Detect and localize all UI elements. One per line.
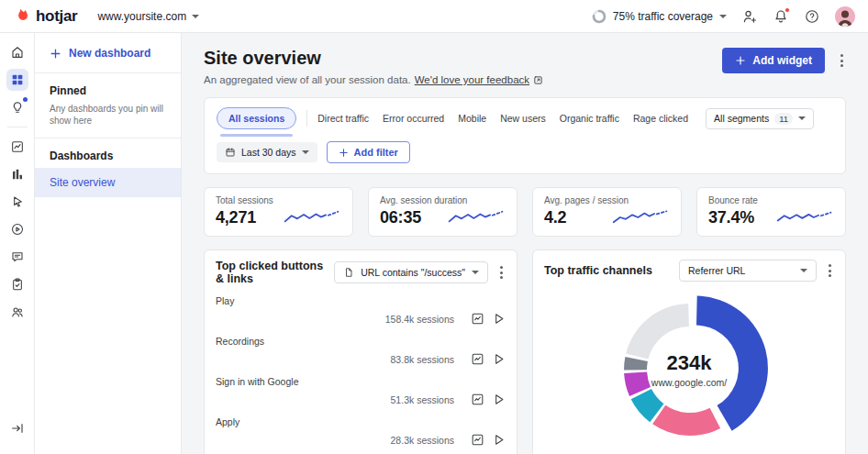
users-icon: [10, 305, 25, 319]
nav-trends[interactable]: [6, 136, 28, 158]
play-recordings-button[interactable]: [492, 433, 506, 447]
calendar-icon: [225, 147, 236, 158]
widget-menu-button[interactable]: [826, 261, 834, 280]
traffic-coverage-menu[interactable]: 75% traffic coverage: [592, 9, 727, 24]
nav-feedback[interactable]: [6, 246, 28, 268]
metric-card-avg-pages-session[interactable]: Avg. pages / session 4.2: [532, 187, 682, 237]
nav-recordings[interactable]: [6, 218, 28, 240]
nav-dashboards[interactable]: [6, 69, 28, 91]
collapse-sidebar-button[interactable]: [6, 417, 28, 439]
top-clicked-widget: Top clicked buttons & links URL contains…: [204, 249, 517, 454]
metric-card-bounce-rate[interactable]: Bounce rate 37.4%: [696, 187, 846, 237]
metric-card-avg-session-duration[interactable]: Avg. session duration 06:35: [368, 187, 517, 237]
trend-icon: [471, 352, 484, 366]
new-dashboard-button[interactable]: New dashboard: [35, 33, 181, 72]
segment-divider: [306, 110, 307, 127]
chevron-down-icon: [192, 15, 199, 18]
segment-tab-new-users[interactable]: New users: [500, 113, 546, 124]
sessions-count: 28.3k sessions: [383, 435, 463, 446]
chat-bubble-icon: [10, 249, 25, 264]
segment-tab-organic-traffic[interactable]: Organic traffic: [560, 113, 619, 124]
metric-label: Total sessions: [216, 195, 341, 205]
chevron-down-icon: [798, 116, 806, 120]
view-trend-button[interactable]: [471, 352, 484, 366]
metric-value: 4,271: [216, 208, 256, 227]
metric-label: Avg. pages / session: [544, 195, 670, 205]
referrer-dropdown[interactable]: Referrer URL: [679, 260, 817, 282]
trends-icon: [10, 139, 25, 154]
dashboards-header: Dashboards: [35, 138, 181, 168]
home-icon: [10, 45, 25, 60]
sparkline-chart: [775, 207, 834, 227]
sidebar-item-site-overview[interactable]: Site overview: [35, 168, 181, 197]
trend-icon: [471, 393, 484, 406]
funnels-icon: [10, 167, 25, 182]
segments-count-badge: 11: [774, 113, 793, 125]
user-avatar[interactable]: [835, 6, 855, 27]
play-recordings-button[interactable]: [492, 393, 506, 406]
pinned-header: Pinned: [35, 73, 181, 103]
segment-tab-rage-clicked[interactable]: Rage clicked: [633, 113, 688, 124]
page-menu-button[interactable]: [838, 51, 846, 70]
nav-funnels[interactable]: [6, 163, 28, 185]
site-selector-value: www.yoursite.com: [97, 10, 186, 23]
notifications-button[interactable]: [773, 8, 789, 25]
page-subtitle: An aggregated view of all your session d…: [204, 74, 411, 85]
clicked-item-row: Apply 28.3k sessions: [216, 416, 506, 447]
new-dashboard-label: New dashboard: [69, 47, 150, 60]
feedback-link[interactable]: We'd love your feedback: [415, 74, 529, 85]
view-trend-button[interactable]: [471, 312, 484, 326]
hotjar-logo[interactable]: hotjar: [15, 7, 77, 26]
clicked-item-label: Play: [216, 295, 506, 306]
invite-user-button[interactable]: [741, 8, 758, 25]
page-title: Site overview: [204, 48, 543, 69]
cursor-click-icon: [10, 194, 25, 209]
segment-tab-direct-traffic[interactable]: Direct traffic: [317, 113, 369, 124]
nav-interviews[interactable]: [6, 301, 28, 323]
all-segments-dropdown[interactable]: All segments 11: [706, 108, 814, 129]
add-filter-label: Add filter: [354, 147, 398, 158]
site-selector[interactable]: www.yoursite.com: [97, 10, 199, 23]
play-icon: [492, 393, 506, 406]
add-widget-button[interactable]: Add widget: [722, 48, 825, 73]
nav-insights[interactable]: [6, 96, 28, 118]
help-button[interactable]: [804, 8, 820, 25]
segment-tab-error-occurred[interactable]: Error occurred: [383, 113, 444, 124]
clicked-item-label: Sign in with Google: [216, 376, 506, 387]
chevron-down-icon: [472, 271, 479, 274]
collapse-arrow-icon: [10, 421, 25, 436]
nav-heatmaps[interactable]: [6, 191, 28, 213]
view-trend-button[interactable]: [471, 393, 484, 406]
metric-card-total-sessions[interactable]: Total sessions 4,271: [204, 187, 353, 237]
hotjar-app: hotjar www.yoursite.com 75% traffic cove…: [0, 0, 868, 454]
widget-menu-button[interactable]: [497, 263, 506, 282]
play-recordings-button[interactable]: [492, 352, 506, 366]
metric-cards: Total sessions 4,271 Avg. session durati…: [204, 187, 846, 237]
url-filter-dropdown[interactable]: URL contains "/success": [334, 261, 488, 283]
brand-name: hotjar: [36, 7, 77, 26]
widget-title: Top traffic channels: [544, 264, 652, 277]
view-trend-button[interactable]: [471, 433, 484, 447]
nav-home[interactable]: [6, 41, 28, 63]
nav-surveys[interactable]: [6, 273, 28, 295]
external-link-icon: [533, 75, 543, 85]
play-recordings-button[interactable]: [492, 312, 506, 326]
dashboards-sidebar: New dashboard Pinned Any dashboards you …: [35, 33, 182, 454]
pinned-hint: Any dashboards you pin will show here: [35, 103, 181, 138]
main-content: Site overview An aggregated view of all …: [182, 33, 868, 454]
dashboards-icon: [10, 72, 25, 87]
play-icon: [492, 312, 506, 326]
sessions-count: 158.4k sessions: [383, 314, 463, 325]
donut-chart-svg[interactable]: [544, 285, 836, 452]
donut-chart: 234k www.google.com/: [544, 285, 834, 452]
top-bar: hotjar www.yoursite.com 75% traffic cove…: [0, 0, 868, 33]
date-range-dropdown[interactable]: Last 30 days: [217, 142, 317, 162]
notification-badge: [785, 7, 790, 13]
lightbulb-icon: [10, 100, 25, 115]
segment-tab-all-sessions[interactable]: All sessions: [217, 107, 296, 129]
clicked-item-label: Apply: [216, 416, 506, 427]
filters-card: All sessions Direct traffic Error occurr…: [204, 97, 846, 174]
add-filter-button[interactable]: Add filter: [327, 141, 410, 163]
segment-tab-mobile[interactable]: Mobile: [458, 113, 486, 124]
traffic-coverage-label: 75% traffic coverage: [613, 10, 713, 23]
